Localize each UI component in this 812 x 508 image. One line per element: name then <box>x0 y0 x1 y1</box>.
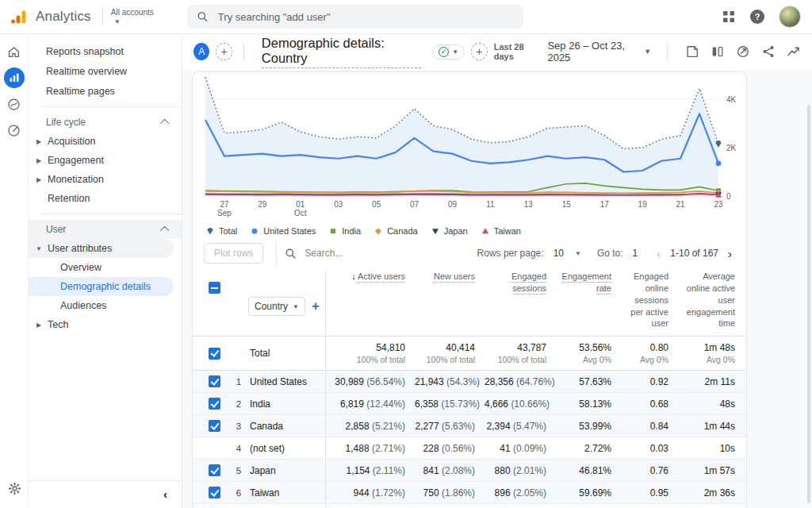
sidebar-item-tech[interactable]: ▶Tech <box>29 315 182 334</box>
next-page-icon[interactable]: › <box>725 247 735 260</box>
user-avatar[interactable] <box>779 6 801 28</box>
table-search[interactable] <box>285 247 469 260</box>
advertising-icon[interactable] <box>4 120 25 140</box>
percent-of-total: (5.63%) <box>442 421 475 432</box>
row-checkbox-wrap <box>204 464 229 476</box>
row-checkbox[interactable] <box>209 398 220 410</box>
total-metric-cell: 43,787100% of total <box>485 342 556 364</box>
table-search-input[interactable] <box>303 247 401 260</box>
notes-icon[interactable] <box>685 44 699 59</box>
total-sub-label: Avg 0% <box>678 355 735 364</box>
reports-icon[interactable] <box>4 67 25 88</box>
square-marker-icon <box>328 226 338 236</box>
percent-of-total: (1.72%) <box>372 487 405 498</box>
row-checkbox[interactable] <box>209 420 220 432</box>
column-header-2[interactable]: New users <box>415 271 485 283</box>
sidebar-item-demographic-details[interactable]: Demographic details <box>29 277 174 296</box>
metric-cell: 21,943 (54.3%) <box>415 376 485 387</box>
column-header-4[interactable]: Engagement rate <box>556 271 621 294</box>
admin-gear-icon[interactable] <box>4 478 25 498</box>
add-card-button[interactable]: + <box>471 43 488 60</box>
sidebar-item-retention[interactable]: Retention <box>29 189 182 208</box>
chevron-down-icon: ▼ <box>293 303 299 310</box>
svg-text:05: 05 <box>372 200 381 209</box>
goto-page-input[interactable]: 1 <box>633 248 638 259</box>
search-icon <box>197 10 209 23</box>
sidebar-item-engagement[interactable]: ▶Engagement <box>29 151 182 170</box>
rows-per-page-select[interactable]: 10 <box>553 248 564 259</box>
row-rank: 5 <box>229 466 248 475</box>
table-body: 1United States30,989 (56.54%)21,943 (54.… <box>193 371 746 508</box>
percent-of-total: (0.09%) <box>513 443 546 454</box>
total-sub-label: 100% of total <box>415 355 475 364</box>
table-toolbar: Plot rows Rows per page: 10 ▼ Go to: 1 ‹… <box>193 241 746 266</box>
row-checkbox-wrap <box>204 420 229 432</box>
table-row: 5Japan1,154 (2.11%)841 (2.08%)880 (2.01%… <box>193 460 746 482</box>
collapse-arrow-icon: ▼ <box>35 245 43 252</box>
metric-cell: 2.72% <box>556 443 621 454</box>
row-checkbox[interactable] <box>209 375 220 387</box>
svg-text:Oct: Oct <box>294 209 307 217</box>
page-scrollbar-thumb[interactable] <box>807 105 810 503</box>
percent-of-total: (15.73%) <box>441 398 480 410</box>
global-search[interactable] <box>187 5 523 29</box>
column-header-5[interactable]: Engaged online sessions per active user <box>621 271 678 329</box>
analytics-logo[interactable]: Analytics <box>0 7 91 26</box>
sidebar-item-acquisition[interactable]: ▶Acquisition <box>29 132 182 151</box>
sidebar-item-user-attributes[interactable]: ▼User attributes <box>29 239 174 258</box>
apps-grid-icon[interactable] <box>722 10 736 24</box>
help-icon[interactable]: ? <box>750 10 764 24</box>
svg-text:01: 01 <box>296 200 305 209</box>
expand-arrow-icon: ▶ <box>35 157 43 164</box>
percent-of-total: (64.76%) <box>516 376 555 387</box>
report-card: 02K4K27Sep2901Oct0305070911131517192123 … <box>192 71 747 508</box>
total-sub-label: Avg 0% <box>621 355 668 364</box>
percent-of-total: (12.44%) <box>366 398 405 410</box>
insights-icon[interactable] <box>787 44 801 59</box>
date-range[interactable]: Sep 26 – Oct 23, 2025 <box>547 40 634 64</box>
share-icon[interactable] <box>761 44 776 59</box>
triangle-down-marker-icon <box>431 226 440 236</box>
column-header-6[interactable]: Average online active user engagement ti… <box>678 271 745 329</box>
divider <box>41 214 182 214</box>
total-row-checkbox[interactable] <box>209 348 220 360</box>
dimension-select[interactable]: Country▼ <box>248 297 305 316</box>
sidebar-item-monetization[interactable]: ▶Monetization <box>29 170 182 189</box>
sidebar-section-user[interactable]: User <box>29 220 182 239</box>
account-switcher[interactable]: All accounts ▼ <box>111 9 154 25</box>
metric-cell: 59.69% <box>556 487 621 498</box>
metric-cell: 0.03 <box>621 443 678 454</box>
add-report-button[interactable]: + <box>216 43 232 60</box>
chevron-down-icon: ▼ <box>644 48 651 56</box>
divider <box>102 8 103 25</box>
sidebar-item-realtime-overview[interactable]: Realtime overview <box>29 61 182 81</box>
sidebar-section-life-cycle[interactable]: Life cycle <box>29 113 182 132</box>
column-header-3[interactable]: Engaged sessions <box>485 271 556 294</box>
sidebar-item-overview[interactable]: Overview <box>29 258 174 277</box>
report-status-chip[interactable]: ✓ ▼ <box>432 44 465 60</box>
divider <box>276 241 277 265</box>
column-header-1[interactable]: ↓Active users <box>326 271 415 283</box>
home-icon[interactable] <box>4 41 25 62</box>
workspace-avatar[interactable]: A <box>193 43 209 60</box>
metric-cell: 0.95 <box>621 487 678 498</box>
select-all-checkbox[interactable] <box>209 282 220 294</box>
metric-cell: 1,154 (2.11%) <box>326 465 415 476</box>
table-total-row: Total 54,810100% of total40,414100% of t… <box>193 337 746 371</box>
search-input[interactable] <box>216 10 514 24</box>
table-row: 2India6,819 (12.44%)6,358 (15.73%)4,666 … <box>193 393 746 415</box>
prev-page-icon[interactable]: ‹ <box>653 247 664 260</box>
report-title[interactable]: Demographic details: Country <box>262 36 421 68</box>
row-checkbox[interactable] <box>209 464 220 476</box>
sidebar-item-reports-snapshot[interactable]: Reports snapshot <box>29 41 182 61</box>
add-dimension-button[interactable]: + <box>312 298 323 314</box>
row-checkbox[interactable] <box>209 487 220 498</box>
comparison-icon[interactable] <box>710 44 725 59</box>
collapse-sidebar-button[interactable]: ‹ <box>29 480 182 508</box>
sidebar-item-audiences[interactable]: Audiences <box>29 296 174 315</box>
sidebar-item-realtime-pages[interactable]: Realtime pages <box>29 81 182 101</box>
legend-item-taiwan: Taiwan <box>481 226 521 236</box>
explore-icon[interactable] <box>4 94 25 114</box>
plot-rows-button[interactable]: Plot rows <box>204 243 263 264</box>
sampling-icon[interactable] <box>736 44 750 59</box>
